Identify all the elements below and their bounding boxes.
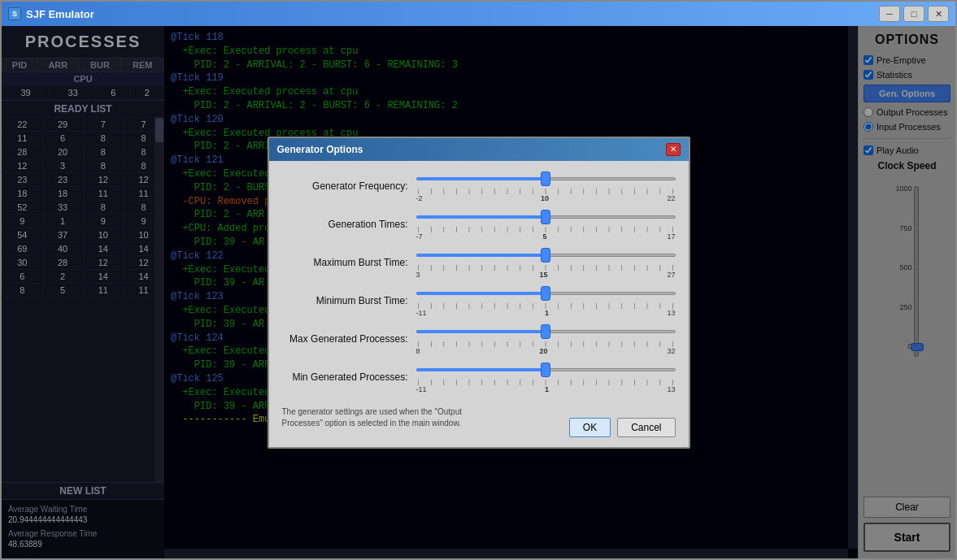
slider-row: Max Generated Processes:||||||||||||||||… bbox=[282, 323, 676, 355]
slider-min-label: -7 bbox=[416, 232, 423, 241]
slider-min-label: -11 bbox=[416, 385, 427, 393]
app-icon: S bbox=[8, 7, 21, 20]
slider-track[interactable] bbox=[416, 285, 676, 302]
slider-thumb[interactable] bbox=[541, 324, 550, 339]
slider-control: |||||||||||||||||||||-21022 bbox=[416, 171, 676, 202]
slider-control: |||||||||||||||||||||31527 bbox=[416, 247, 676, 279]
slider-thumb[interactable] bbox=[541, 286, 550, 301]
slider-min-label: 3 bbox=[416, 271, 420, 279]
close-button[interactable]: ✕ bbox=[928, 6, 949, 22]
modal-ok-button[interactable]: OK bbox=[569, 418, 611, 437]
modal-body: Generator Frequency:||||||||||||||||||||… bbox=[269, 161, 689, 447]
slider-row: Generation Times:|||||||||||||||||||||-7… bbox=[282, 209, 676, 241]
slider-fill bbox=[416, 292, 546, 295]
slider-ticks: ||||||||||||||||||||| bbox=[416, 225, 676, 232]
app-window: S SJF Emulator ─ □ ✕ PROCESSES PID ARR B… bbox=[0, 0, 957, 560]
slider-label: Min Generated Processes: bbox=[282, 371, 408, 383]
slider-ticks: ||||||||||||||||||||| bbox=[416, 378, 676, 385]
modal-note: The generator settings are used when the… bbox=[282, 406, 469, 429]
slider-max-label: 13 bbox=[667, 309, 675, 317]
modal-footer-row: The generator settings are used when the… bbox=[282, 400, 676, 437]
slider-min-label: -2 bbox=[416, 194, 423, 202]
modal-cancel-button[interactable]: Cancel bbox=[617, 418, 675, 437]
minimize-button[interactable]: ─ bbox=[879, 6, 900, 22]
slider-track[interactable] bbox=[416, 323, 676, 340]
slider-current-value: 20 bbox=[539, 347, 547, 355]
slider-range-labels: 31527 bbox=[416, 271, 676, 279]
slider-fill bbox=[416, 254, 546, 257]
modal-close-button[interactable]: ✕ bbox=[666, 143, 681, 156]
modal-title: Generator Options bbox=[277, 144, 363, 155]
slider-track[interactable] bbox=[416, 247, 676, 263]
slider-thumb[interactable] bbox=[541, 210, 550, 224]
slider-track[interactable] bbox=[416, 362, 676, 378]
slider-label: Minimum Burst Time: bbox=[282, 295, 408, 306]
slider-row: Maximum Burst Time:|||||||||||||||||||||… bbox=[282, 247, 676, 279]
sliders-container: Generator Frequency:||||||||||||||||||||… bbox=[282, 171, 676, 393]
slider-max-label: 32 bbox=[667, 347, 675, 355]
modal-header: Generator Options ✕ bbox=[269, 138, 689, 161]
slider-range-labels: -11113 bbox=[416, 309, 676, 317]
slider-ticks: ||||||||||||||||||||| bbox=[416, 187, 676, 194]
slider-ticks: ||||||||||||||||||||| bbox=[416, 263, 676, 271]
slider-fill bbox=[416, 368, 546, 371]
slider-label: Maximum Burst Time: bbox=[282, 257, 408, 268]
title-bar-left: S SJF Emulator bbox=[8, 7, 94, 20]
maximize-button[interactable]: □ bbox=[903, 6, 924, 22]
generator-options-modal: Generator Options ✕ Generator Frequency:… bbox=[268, 137, 690, 449]
slider-range-labels: -21022 bbox=[416, 194, 676, 202]
slider-current-value: 15 bbox=[539, 271, 547, 279]
slider-current-value: 1 bbox=[545, 309, 549, 317]
slider-fill bbox=[416, 215, 546, 219]
slider-fill bbox=[416, 177, 546, 180]
slider-range-labels: -7517 bbox=[416, 232, 676, 241]
slider-thumb[interactable] bbox=[541, 362, 550, 377]
modal-overlay: Generator Options ✕ Generator Frequency:… bbox=[2, 26, 955, 558]
title-bar-controls: ─ □ ✕ bbox=[879, 6, 949, 22]
modal-footer: OK Cancel bbox=[569, 418, 676, 437]
slider-label: Generation Times: bbox=[282, 219, 408, 230]
slider-min-label: -11 bbox=[416, 309, 427, 317]
slider-fill bbox=[416, 330, 546, 333]
slider-control: |||||||||||||||||||||-11113 bbox=[416, 362, 676, 393]
slider-range-labels: 82032 bbox=[416, 347, 676, 355]
slider-track[interactable] bbox=[416, 209, 676, 225]
slider-current-value: 10 bbox=[541, 194, 549, 202]
slider-min-label: 8 bbox=[416, 347, 420, 355]
slider-thumb[interactable] bbox=[541, 171, 550, 186]
slider-max-label: 22 bbox=[667, 194, 675, 202]
title-bar: S SJF Emulator ─ □ ✕ bbox=[2, 2, 955, 26]
slider-control: |||||||||||||||||||||-11113 bbox=[416, 285, 676, 317]
slider-max-label: 27 bbox=[667, 271, 675, 279]
slider-row: Generator Frequency:||||||||||||||||||||… bbox=[282, 171, 676, 202]
slider-max-label: 17 bbox=[667, 232, 675, 241]
slider-label: Generator Frequency: bbox=[282, 180, 408, 192]
slider-control: |||||||||||||||||||||82032 bbox=[416, 323, 676, 355]
slider-current-value: 5 bbox=[542, 232, 546, 241]
slider-label: Max Generated Processes: bbox=[282, 333, 408, 345]
slider-control: |||||||||||||||||||||-7517 bbox=[416, 209, 676, 241]
slider-range-labels: -11113 bbox=[416, 385, 676, 393]
slider-max-label: 13 bbox=[667, 385, 675, 393]
slider-ticks: ||||||||||||||||||||| bbox=[416, 302, 676, 309]
window-title: SJF Emulator bbox=[26, 8, 94, 20]
slider-track[interactable] bbox=[416, 171, 676, 187]
slider-row: Minimum Burst Time:|||||||||||||||||||||… bbox=[282, 285, 676, 317]
slider-ticks: ||||||||||||||||||||| bbox=[416, 340, 676, 347]
slider-current-value: 1 bbox=[545, 385, 549, 393]
slider-row: Min Generated Processes:||||||||||||||||… bbox=[282, 362, 676, 393]
slider-thumb[interactable] bbox=[541, 248, 550, 263]
